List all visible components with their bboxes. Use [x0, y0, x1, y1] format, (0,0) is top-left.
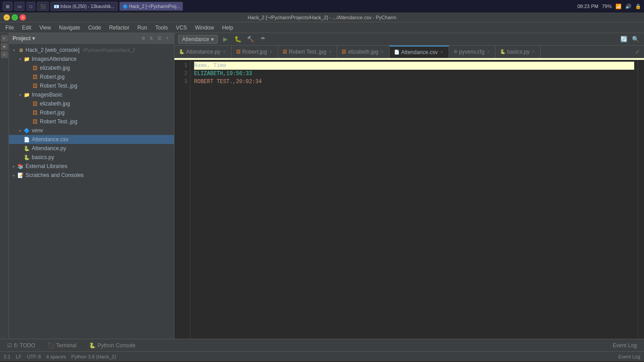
todo-tab[interactable]: ☑ 6: TODO: [4, 341, 39, 350]
toolbar: Attendance ▾ ▶ 🐛 🔨 ☂ 🔄 🔍: [174, 33, 644, 46]
tree-item-basics-py[interactable]: 🐍 basics.py: [9, 153, 174, 162]
tree-label-venv: venv: [32, 127, 43, 134]
maximize-button[interactable]: □: [12, 14, 18, 21]
run-config-label: Attendance: [182, 36, 209, 42]
tree-label-img-att: ImagesAttendance: [32, 56, 76, 62]
menu-file[interactable]: File: [2, 23, 17, 32]
tab-robert-jpg[interactable]: 🖼 Robert.jpg ×: [232, 46, 278, 58]
tree-item-attendance-csv[interactable]: 📄 Attendance.csv: [9, 135, 174, 144]
menu-navigate[interactable]: Navigate: [55, 23, 84, 32]
taskbar-start[interactable]: ⊞: [3, 2, 13, 11]
tree-item-attendance-py[interactable]: 🐍 Attendance.py: [9, 144, 174, 153]
tab-close-pyvenv-cfg[interactable]: ×: [486, 49, 491, 54]
tree-arrow-venv: ▸: [17, 129, 23, 133]
code-content[interactable]: Name, Time ELIZABETH,19:56:33 ROBERT TES…: [191, 60, 638, 339]
tree-item-roberttest-basic[interactable]: 🖼 Robert Test..jpg: [9, 117, 174, 126]
tab-close-attendance-py[interactable]: ×: [222, 49, 227, 54]
tab-basics-py[interactable]: 🐍 basics.py ×: [496, 46, 541, 58]
tab-attendance-py[interactable]: 🐍 Attendance.py ×: [174, 46, 232, 58]
menu-view[interactable]: View: [36, 23, 55, 32]
coverage-button[interactable]: ☂: [258, 34, 268, 44]
code-line-2: ELIZABETH,19:56:33: [194, 70, 634, 78]
debug-button[interactable]: 🐛: [233, 34, 243, 44]
menu-help[interactable]: Help: [219, 23, 237, 32]
tab-close-attendance-csv[interactable]: ×: [440, 50, 444, 55]
code-editor[interactable]: 1 2 3 Name, Time ELIZABETH,19:56:33 ROBE…: [174, 60, 644, 339]
tab-close-basics-py[interactable]: ×: [531, 49, 536, 54]
tab-pyvenv-cfg[interactable]: ⚙ pyvenv.cfg ×: [449, 46, 496, 58]
menu-tools[interactable]: Tools: [152, 23, 171, 32]
tab-roberttest-jpg[interactable]: 🖼 Robert Test..jpg ×: [278, 46, 338, 58]
menu-edit[interactable]: Edit: [18, 23, 35, 32]
side-fav-icon[interactable]: ★: [1, 43, 8, 50]
menu-window[interactable]: Window: [191, 23, 218, 32]
status-lf[interactable]: LF: [16, 354, 21, 359]
run-button[interactable]: ▶: [220, 34, 230, 44]
tab-label-elizabeth-jpg: elizabeth.jpg: [348, 49, 378, 55]
tab-icon-attendance-py: 🐍: [179, 49, 184, 54]
tree-label-img-basic: ImagesBasic: [32, 92, 63, 98]
venv-icon: 🔷: [23, 127, 30, 134]
status-event-log[interactable]: Event Log: [618, 354, 640, 359]
status-python[interactable]: Python 3.8 (Hack_2): [71, 354, 116, 359]
side-project-icon[interactable]: P: [1, 35, 8, 42]
tree-label-scratches: Scratches and Consoles: [25, 172, 84, 178]
event-log-tab[interactable]: Event Log: [609, 341, 640, 350]
line-num-1: 1: [174, 62, 187, 70]
todo-label: 6: TODO: [14, 342, 35, 349]
search-everywhere-button[interactable]: 🔍: [631, 34, 640, 44]
taskbar-pycharm[interactable]: 🔷 Hack_2 [~/PycharmProj...: [119, 2, 183, 11]
tab-close-roberttest-jpg[interactable]: ×: [328, 49, 333, 54]
tree-label-basics-py: basics.py: [32, 154, 54, 160]
jpg-icon-elizabeth-basic: 🖼: [31, 100, 38, 107]
tab-elizabeth-jpg[interactable]: 🖼 elizabeth.jpg ×: [337, 46, 389, 58]
menu-refactor[interactable]: Refactor: [106, 23, 133, 32]
tree-arrow-ext-libs: ▸: [11, 164, 17, 168]
taskbar-inbox[interactable]: 📧 Inbox (6,250) - 13kaushik...: [51, 2, 118, 11]
panel-sort-icon[interactable]: ⇅: [148, 35, 154, 42]
status-indent[interactable]: 4 spaces: [46, 354, 66, 359]
tree-item-scratches[interactable]: ▸ 📝 Scratches and Consoles: [9, 171, 174, 180]
tree-item-elizabeth-att[interactable]: 🖼 elizabeth.jpg: [9, 63, 174, 72]
taskbar-left: ⊞ ▭ □ ⬛ 📧 Inbox (6,250) - 13kaushik... 🔷…: [3, 2, 183, 11]
taskbar-btn-1[interactable]: ▭: [14, 2, 25, 11]
menu-run[interactable]: Run: [134, 23, 151, 32]
tree-item-robert-basic[interactable]: 🖼 Robert.jpg: [9, 108, 174, 117]
tab-attendance-csv[interactable]: 📄 Attendance.csv ×: [390, 46, 449, 58]
panel-config-icon[interactable]: ☰: [156, 35, 162, 42]
tree-item-venv[interactable]: ▸ 🔷 venv: [9, 126, 174, 135]
tree-item-external-libs[interactable]: ▸ 📚 External Libraries: [9, 162, 174, 171]
tree-item-images-basic[interactable]: ▾ 📁 ImagesBasic: [9, 90, 174, 99]
tree-item-hack2-root[interactable]: ▾ 🖥 Hack_2 [web_console] ~/PycharmProjec…: [9, 46, 174, 55]
menu-vcs[interactable]: VCS: [172, 23, 191, 32]
tree-label-roberttest-att: Robert Test..jpg: [40, 83, 77, 89]
tree-item-elizabeth-basic[interactable]: 🖼 elizabeth.jpg: [9, 99, 174, 108]
minimize-button[interactable]: −: [4, 14, 10, 21]
status-encoding[interactable]: UTF-8: [27, 354, 41, 359]
run-config-selector[interactable]: Attendance ▾: [178, 35, 218, 44]
tree-label-elizabeth-basic: elizabeth.jpg: [40, 101, 70, 107]
tab-close-elizabeth-jpg[interactable]: ×: [380, 49, 385, 54]
taskbar-time: 08:23 PM: [577, 4, 598, 9]
menu-code[interactable]: Code: [85, 23, 105, 32]
terminal-tab[interactable]: ⬛ Terminal: [44, 341, 80, 350]
panel-close-icon[interactable]: ×: [164, 35, 170, 42]
build-button[interactable]: 🔨: [246, 34, 255, 44]
tree-label-elizabeth-att: elizabeth.jpg: [40, 65, 70, 71]
tree-label-roberttest-basic: Robert Test..jpg: [40, 118, 77, 125]
tab-icon-basics-py: 🐍: [500, 49, 505, 54]
line-num-3: 3: [174, 78, 187, 86]
tab-close-robert-jpg[interactable]: ×: [269, 49, 273, 54]
close-button[interactable]: ×: [20, 14, 26, 21]
status-position[interactable]: 2:1: [4, 354, 10, 359]
python-console-tab[interactable]: 🐍 Python Console: [85, 341, 139, 350]
tree-item-images-attendance[interactable]: ▾ 📁 ImagesAttendance: [9, 55, 174, 63]
panel-settings-icon[interactable]: ⚙: [140, 35, 146, 42]
jpg-icon-roberttest-att: 🖼: [31, 82, 38, 89]
tree-item-robert-att[interactable]: 🖼 Robert.jpg: [9, 72, 174, 81]
taskbar-btn-3[interactable]: ⬛: [37, 2, 49, 11]
tree-item-roberttest-att[interactable]: 🖼 Robert Test..jpg: [9, 81, 174, 90]
side-struct-icon[interactable]: ≡: [1, 51, 8, 58]
taskbar-btn-2[interactable]: □: [26, 2, 35, 11]
sync-button[interactable]: 🔄: [619, 34, 629, 44]
